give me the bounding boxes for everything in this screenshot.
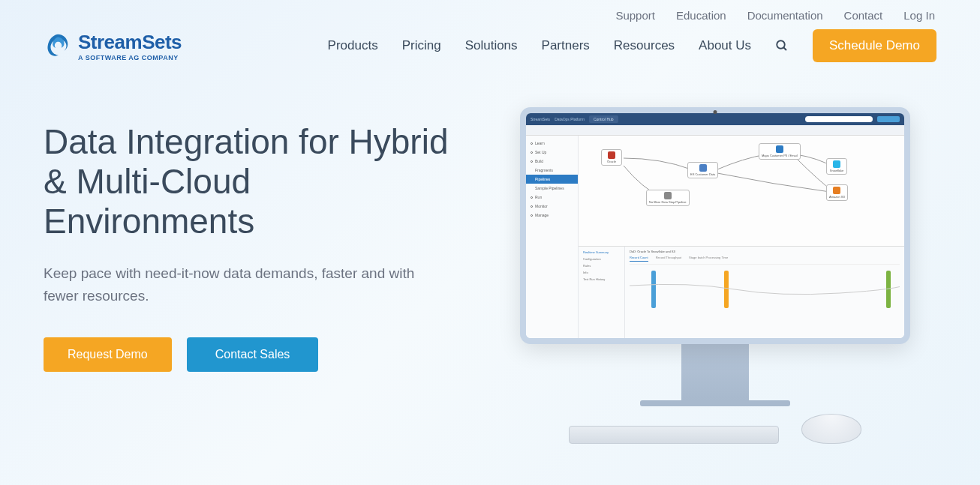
cb-item: Configuration [581,256,622,262]
nav-documentation[interactable]: Documentation [747,9,823,22]
canvas-bottom-panel: Realtime Summary Configuration Rules Inf… [579,246,904,338]
app-canvas: Oracle ES Customer Data No More Data Sto… [579,136,904,338]
app-body: Learn Set Up Build Fragments Pipelines S… [526,136,904,338]
app-quickstart-button [877,116,900,122]
tab-throughput: Record Throughput [656,256,681,262]
app-toolbar [526,125,904,136]
camera-icon [714,110,717,114]
contact-sales-button[interactable]: Contact Sales [187,337,319,372]
hero-subtitle: Keep pace with need-it-now data demands,… [44,262,434,308]
hero-buttons: Request Demo Contact Sales [44,337,464,372]
logo[interactable]: StreamSets A SOFTWARE AG COMPANY [44,31,182,61]
search-icon[interactable] [775,39,789,52]
nav-pricing[interactable]: Pricing [402,38,441,53]
app-screenshot: StreamSets DataOps Platform Control Hub … [526,113,904,338]
logo-name: StreamSets [78,31,182,54]
app-search [805,116,873,122]
app-header: StreamSets DataOps Platform Control Hub [526,113,904,125]
app-hub-tab: Control Hub [589,115,618,123]
peripherals [520,414,910,444]
node-amazon-s3: Amazon S3 [826,184,848,201]
app-sidebar: Learn Set Up Build Fragments Pipelines S… [526,136,579,338]
nav-products[interactable]: Products [328,38,378,53]
nav-partners[interactable]: Partners [542,38,590,53]
sidebar-item: Monitor [526,202,578,211]
sidebar-item-pipelines: Pipelines [526,175,578,184]
tab-processing-time: Stage batch Processing Time [689,256,728,262]
bottom-side-nav: Realtime Summary Configuration Rules Inf… [579,247,625,338]
nav-contact[interactable]: Contact [844,9,883,22]
app-platform: DataOps Platform [555,117,585,121]
logo-text: StreamSets A SOFTWARE AG COMPANY [78,31,182,61]
header: StreamSets A SOFTWARE AG COMPANY Product… [0,22,980,62]
sidebar-item: Build [526,157,578,166]
hero-title: Data Integration for Hybrid & Multi-Clou… [44,122,464,241]
pipeline-connectors [579,136,904,246]
cb-item: Realtime Summary [581,249,622,256]
sidebar-item: Learn [526,139,578,148]
logo-swirl-icon [44,31,72,60]
bottom-title: DoD: Oracle To Snowflake and S3 [630,250,900,253]
svg-line-1 [783,47,786,50]
hero-section: Data Integration for Hybrid & Multi-Clou… [0,62,980,444]
hero-content: Data Integration for Hybrid & Multi-Clou… [44,107,464,444]
node-map-customer: Maps Customer PII / Email [759,143,801,160]
timeline-chart [630,271,900,308]
sidebar-item: Manage [526,211,578,220]
timeline-curve [630,271,900,308]
schedule-demo-button[interactable]: Schedule Demo [813,29,936,62]
nav-login[interactable]: Log In [903,9,935,22]
cb-item: Test Run History [581,276,622,283]
main-nav: Products Pricing Solutions Partners Reso… [328,29,936,62]
bottom-tabs: Record Count Record Throughput Stage bat… [630,256,900,265]
node-snowflake: Snowflake [826,158,847,175]
cb-item: Info [581,269,622,276]
sidebar-item: Sample Pipelines [526,184,578,193]
bottom-main: DoD: Oracle To Snowflake and S3 Record C… [625,247,904,338]
monitor-base [640,400,790,406]
tab-record-count: Record Count [630,256,648,262]
node-oracle: Oracle [601,149,622,166]
sidebar-item: Fragments [526,166,578,175]
sidebar-item: Run [526,193,578,202]
logo-tagline: A SOFTWARE AG COMPANY [78,54,182,61]
app-brand: StreamSets [531,117,550,121]
nav-solutions[interactable]: Solutions [465,38,518,53]
request-demo-button[interactable]: Request Demo [44,337,172,372]
monitor-mockup: StreamSets DataOps Platform Control Hub … [520,107,910,344]
node-no-more: No More Data Stop Pipeline [646,190,690,206]
cb-item: Rules [581,262,622,269]
monitor-stand [681,344,749,400]
nav-resources[interactable]: Resources [614,38,675,53]
pipeline-canvas: Oracle ES Customer Data No More Data Sto… [579,136,904,246]
nav-about[interactable]: About Us [699,38,751,53]
top-nav: Support Education Documentation Contact … [0,0,980,22]
sidebar-item: Set Up [526,148,578,157]
nav-support[interactable]: Support [615,9,655,22]
svg-point-0 [777,40,785,49]
mouse-icon [801,414,861,444]
keyboard-icon [569,426,779,444]
hero-image: StreamSets DataOps Platform Control Hub … [494,107,936,444]
node-customer-data: ES Customer Data [687,162,718,178]
nav-education[interactable]: Education [676,9,726,22]
